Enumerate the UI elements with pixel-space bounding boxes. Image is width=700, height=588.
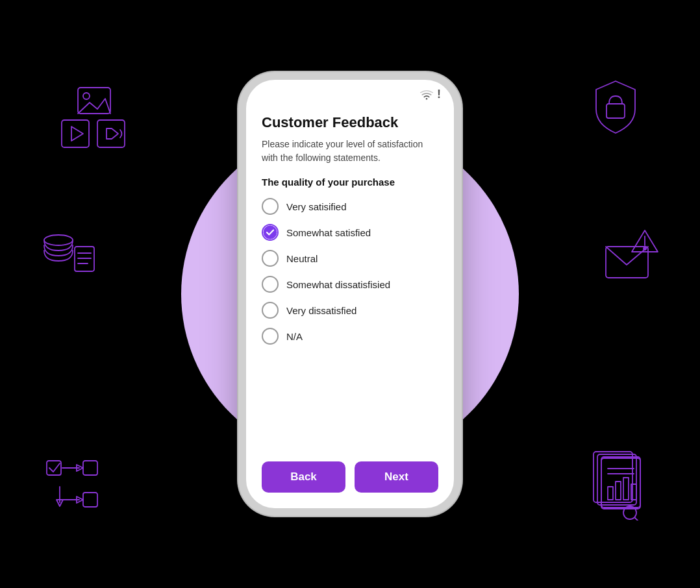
svg-point-38 (426, 98, 428, 100)
scene: ! Customer Feedback Please indicate your… (0, 0, 700, 588)
svg-rect-7 (75, 247, 94, 271)
survey-question: The quality of your purchase (262, 177, 438, 188)
option-label-very-dissatisfied: Very dissatisfied (286, 305, 356, 316)
svg-rect-20 (606, 104, 625, 118)
svg-point-36 (623, 506, 636, 519)
survey-content: Customer Feedback Please indicate your l… (246, 104, 454, 461)
option-label-very-satisfied: Very satisified (286, 201, 347, 212)
radio-very-satisfied[interactable] (262, 198, 279, 215)
svg-line-37 (635, 518, 640, 521)
shield-lock-icon (590, 78, 642, 139)
survey-description: Please indicate your level of satisfacti… (262, 138, 438, 165)
media-icons (58, 84, 130, 156)
option-item-na[interactable]: N/A (262, 328, 438, 345)
phone-shell: ! Customer Feedback Please indicate your… (246, 80, 454, 508)
button-row: Back Next (246, 461, 454, 508)
svg-point-39 (264, 226, 277, 239)
option-label-neutral: Neutral (286, 253, 318, 264)
svg-rect-4 (97, 120, 125, 147)
workflow-icon (45, 456, 110, 517)
svg-point-24 (644, 247, 646, 250)
svg-marker-5 (106, 129, 118, 139)
option-label-somewhat-dissatisfied: Somewhat dissatisfisied (286, 279, 390, 290)
svg-rect-26 (597, 454, 636, 505)
status-bar: ! (246, 80, 454, 104)
radio-somewhat-dissatisfied[interactable] (262, 276, 279, 293)
radio-somewhat-satisfied[interactable] (262, 224, 279, 241)
radio-very-dissatisfied[interactable] (262, 302, 279, 319)
envelope-warning-icon (603, 227, 661, 288)
svg-point-6 (44, 235, 73, 245)
svg-rect-2 (62, 120, 89, 147)
radio-neutral[interactable] (262, 250, 279, 267)
option-label-somewhat-satisfied: Somewhat satisfied (286, 227, 371, 238)
radio-na[interactable] (262, 328, 279, 345)
option-item-very-dissatisfied[interactable]: Very dissatisfied (262, 302, 438, 319)
check-icon (263, 224, 277, 241)
svg-point-1 (83, 93, 90, 99)
svg-rect-14 (83, 461, 97, 475)
wifi-icon (420, 90, 433, 100)
option-item-somewhat-dissatisfied[interactable]: Somewhat dissatisfisied (262, 276, 438, 293)
option-item-neutral[interactable]: Neutral (262, 250, 438, 267)
svg-marker-3 (71, 127, 83, 141)
option-item-somewhat-satisfied[interactable]: Somewhat satisfied (262, 224, 438, 241)
next-button[interactable]: Next (355, 461, 438, 493)
option-label-na: N/A (286, 331, 303, 342)
options-list: Very satisifiedSomewhat satisfiedNeutral… (262, 198, 438, 345)
database-icon (39, 227, 97, 288)
signal-icon: ! (437, 88, 441, 101)
svg-rect-19 (83, 493, 97, 507)
back-button[interactable]: Back (262, 461, 345, 493)
option-item-very-satisfied[interactable]: Very satisified (262, 198, 438, 215)
report-icon (590, 449, 655, 523)
survey-title: Customer Feedback (262, 114, 438, 131)
